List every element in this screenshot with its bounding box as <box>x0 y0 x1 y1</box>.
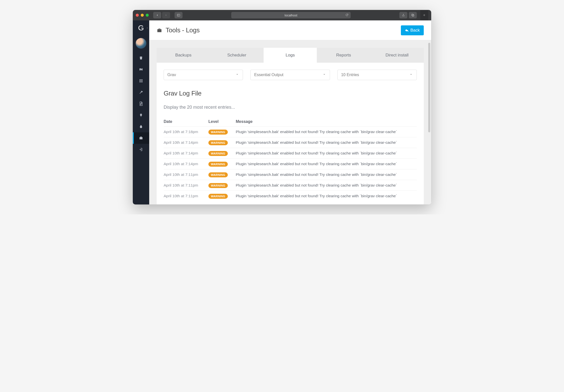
column-level: Level <box>208 119 236 124</box>
briefcase-icon <box>139 136 143 140</box>
log-date: April 10th at 7:11pm <box>164 183 208 188</box>
log-message: Plugin 'simplesearch.bak' enabled but no… <box>236 172 417 177</box>
level-badge: WARNING <box>208 151 228 156</box>
plug-icon <box>139 113 143 117</box>
column-date: Date <box>164 119 208 124</box>
new-tab-button[interactable]: + <box>420 10 428 20</box>
log-message: Plugin 'simplesearch.bak' enabled but no… <box>236 194 417 198</box>
tab-logs[interactable]: Logs <box>264 48 317 63</box>
log-date: April 10th at 7:18pm <box>164 130 208 134</box>
titlebar: localhost + <box>133 10 431 20</box>
sidebar-item-config[interactable] <box>133 87 149 98</box>
select-value: 10 Entries <box>341 73 359 77</box>
reload-icon[interactable] <box>345 13 349 17</box>
level-badge: WARNING <box>208 130 228 135</box>
log-level: WARNING <box>208 172 236 177</box>
log-message: Plugin 'simplesearch.bak' enabled but no… <box>236 130 417 134</box>
chevron-down-icon <box>322 72 326 77</box>
svg-rect-3 <box>412 15 414 16</box>
sidebar-toggle-button[interactable] <box>175 12 183 18</box>
log-message: Plugin 'simplesearch.bak' enabled but no… <box>236 140 417 145</box>
log-message: Plugin 'simplesearch.bak' enabled but no… <box>236 162 417 166</box>
tab-backups[interactable]: Backups <box>157 48 210 63</box>
nav-forward-button[interactable] <box>162 12 170 18</box>
tab-label: Direct install <box>385 53 409 57</box>
close-window-button[interactable] <box>136 14 139 17</box>
share-icon <box>402 13 405 17</box>
tab-label: Logs <box>286 53 295 57</box>
log-row: April 10th at 7:11pmWARNINGPlugin 'simpl… <box>164 191 417 201</box>
sidebar-item-logout[interactable] <box>133 144 149 155</box>
page-title: Tools - Logs <box>166 26 200 34</box>
nav-buttons <box>153 12 170 18</box>
section-heading: Grav Log File <box>164 90 417 97</box>
logo-letter: G <box>138 24 144 32</box>
back-button-label: Back <box>410 28 420 33</box>
browser-window: localhost + G › <box>133 10 431 204</box>
binoculars-icon <box>139 67 143 72</box>
tabs-icon <box>411 13 415 17</box>
select-log-level[interactable]: Essential Output <box>250 70 330 80</box>
sidebar-icon <box>177 13 181 17</box>
tabs-button[interactable] <box>409 12 417 18</box>
log-filters: Grav Essential Output 10 Entries <box>157 63 424 83</box>
chevron-right-icon: › <box>147 26 148 30</box>
scrollbar[interactable] <box>428 43 430 132</box>
page-header: Tools - Logs Back <box>149 20 431 40</box>
tab-label: Backups <box>175 53 191 57</box>
log-date: April 10th at 7:11pm <box>164 194 208 198</box>
logo[interactable]: G › <box>133 20 149 35</box>
tab-scheduler[interactable]: Scheduler <box>210 48 264 63</box>
section-subtitle: Display the 20 most recent entries... <box>164 105 417 110</box>
wrench-icon <box>139 90 143 95</box>
url-text: localhost <box>284 13 297 17</box>
tools-tabs: Backups Scheduler Logs Reports Direct in… <box>157 48 424 63</box>
sidebar-item-search[interactable] <box>133 64 149 75</box>
select-log-source[interactable]: Grav <box>164 70 243 80</box>
tab-direct-install[interactable]: Direct install <box>370 48 424 63</box>
trash-icon <box>139 56 143 60</box>
log-row: April 10th at 7:11pmWARNINGPlugin 'simpl… <box>164 180 417 191</box>
chevron-left-icon <box>155 13 159 17</box>
sidebar-item-tools[interactable] <box>133 132 149 144</box>
tab-reports[interactable]: Reports <box>317 48 370 63</box>
sidebar-item-themes[interactable] <box>133 121 149 132</box>
log-row: April 10th at 7:14pmWARNINGPlugin 'simpl… <box>164 158 417 169</box>
sidebar-item-grid[interactable] <box>133 75 149 87</box>
log-row: April 10th at 7:18pmWARNINGPlugin 'simpl… <box>164 126 417 137</box>
level-badge: WARNING <box>208 194 228 199</box>
sidebar-item-trash[interactable] <box>133 52 149 64</box>
level-badge: WARNING <box>208 162 228 167</box>
chevron-down-icon <box>409 72 413 77</box>
log-row: April 10th at 7:14pmWARNINGPlugin 'simpl… <box>164 148 417 158</box>
log-row: April 10th at 7:11pmWARNINGPlugin 'simpl… <box>164 169 417 180</box>
svg-rect-0 <box>177 14 180 16</box>
zoom-window-button[interactable] <box>146 14 149 17</box>
log-level: WARNING <box>208 162 236 166</box>
level-badge: WARNING <box>208 140 228 145</box>
sidebar-item-pages[interactable] <box>133 98 149 109</box>
chevron-down-icon <box>235 72 239 77</box>
log-level: WARNING <box>208 151 236 155</box>
level-badge: WARNING <box>208 183 228 188</box>
minimize-window-button[interactable] <box>141 14 144 17</box>
log-date: April 10th at 7:11pm <box>164 172 208 177</box>
sidebar: G › <box>133 20 149 204</box>
url-bar[interactable]: localhost <box>231 12 351 18</box>
column-message: Message <box>236 119 417 124</box>
log-row: April 10th at 7:14pmWARNINGPlugin 'simpl… <box>164 137 417 148</box>
nav-back-button[interactable] <box>153 12 161 18</box>
log-level: WARNING <box>208 130 236 134</box>
back-button[interactable]: Back <box>401 25 424 35</box>
sidebar-item-plugins[interactable] <box>133 109 149 121</box>
log-date: April 10th at 7:14pm <box>164 140 208 145</box>
share-button[interactable] <box>399 12 407 18</box>
tab-label: Scheduler <box>227 53 246 57</box>
avatar[interactable] <box>136 38 146 49</box>
select-value: Grav <box>167 73 176 77</box>
log-section: Grav Log File Display the 20 most recent… <box>157 83 424 204</box>
log-level: WARNING <box>208 194 236 198</box>
content-card: Backups Scheduler Logs Reports Direct in… <box>157 48 424 204</box>
app-body: G › <box>133 20 431 204</box>
select-entry-count[interactable]: 10 Entries <box>337 70 417 80</box>
